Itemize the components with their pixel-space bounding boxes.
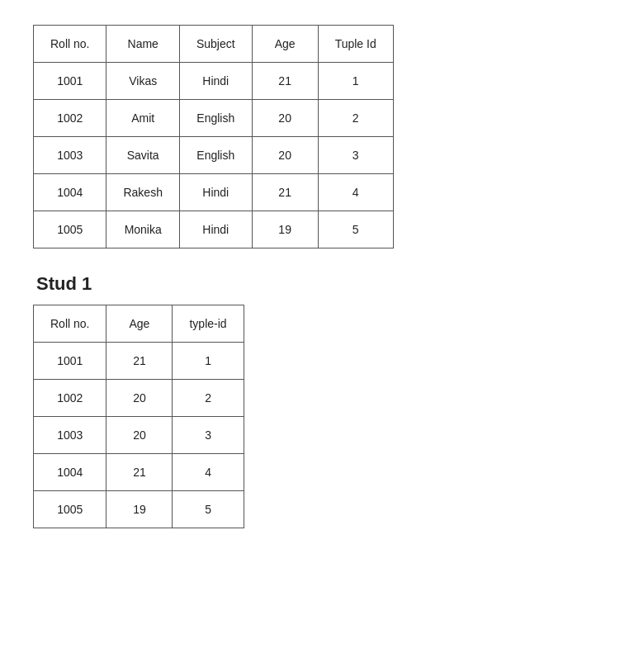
table-cell: Hindi: [179, 211, 252, 248]
table-cell: English: [179, 100, 252, 137]
column-header: typle-id: [173, 305, 244, 343]
column-header: Roll no.: [34, 26, 106, 63]
table-cell: 2: [173, 380, 244, 417]
column-header: Subject: [179, 26, 252, 63]
table-row: 1005MonikaHindi195: [34, 211, 394, 248]
table-cell: 5: [318, 211, 393, 248]
main-table: Roll no.NameSubjectAgeTuple Id 1001Vikas…: [33, 25, 394, 248]
table-cell: 21: [252, 63, 318, 100]
table-row: 1004RakeshHindi214: [34, 174, 394, 211]
table-cell: 1003: [34, 417, 106, 454]
table-cell: Monika: [106, 211, 179, 248]
column-header: Name: [106, 26, 179, 63]
table-cell: 1001: [34, 343, 106, 380]
table-cell: 19: [252, 211, 318, 248]
main-table-container: Roll no.NameSubjectAgeTuple Id 1001Vikas…: [33, 25, 601, 248]
table-cell: 20: [106, 380, 173, 417]
table-cell: 1002: [34, 100, 106, 137]
table-cell: Vikas: [106, 63, 179, 100]
table-cell: 1002: [34, 380, 106, 417]
column-header: Age: [252, 26, 318, 63]
table-row: 1004214: [34, 454, 244, 491]
table-cell: 1: [173, 343, 244, 380]
table-cell: 1005: [34, 491, 106, 528]
table-row: 1002AmitEnglish202: [34, 100, 394, 137]
table-row: 1005195: [34, 491, 244, 528]
table-row: 1002202: [34, 380, 244, 417]
column-header: Roll no.: [34, 305, 106, 343]
table-cell: Hindi: [179, 174, 252, 211]
table-cell: 21: [106, 343, 173, 380]
table-cell: 20: [106, 417, 173, 454]
table-cell: 21: [252, 174, 318, 211]
main-table-header-row: Roll no.NameSubjectAgeTuple Id: [34, 26, 394, 63]
table-cell: 1004: [34, 174, 106, 211]
table-cell: 2: [318, 100, 393, 137]
table-cell: 3: [318, 137, 393, 174]
table-cell: 5: [173, 491, 244, 528]
table-cell: Hindi: [179, 63, 252, 100]
table-cell: 4: [173, 454, 244, 491]
column-header: Age: [106, 305, 173, 343]
stud1-table-container: Stud 1 Roll no.Agetyple-id 1001211100220…: [33, 273, 601, 528]
table-cell: 4: [318, 174, 393, 211]
stud1-title: Stud 1: [36, 273, 601, 295]
column-header: Tuple Id: [318, 26, 393, 63]
table-cell: 1: [318, 63, 393, 100]
table-cell: 20: [252, 100, 318, 137]
table-cell: 20: [252, 137, 318, 174]
table-row: 1001211: [34, 343, 244, 380]
table-cell: 19: [106, 491, 173, 528]
table-cell: 3: [173, 417, 244, 454]
stud1-table: Roll no.Agetyple-id 10012111002202100320…: [33, 305, 244, 528]
table-cell: 1001: [34, 63, 106, 100]
table-cell: Savita: [106, 137, 179, 174]
table-cell: English: [179, 137, 252, 174]
table-row: 1003SavitaEnglish203: [34, 137, 394, 174]
table-cell: 1005: [34, 211, 106, 248]
table-row: 1003203: [34, 417, 244, 454]
table-cell: Rakesh: [106, 174, 179, 211]
table-cell: 1004: [34, 454, 106, 491]
table-cell: 21: [106, 454, 173, 491]
stud1-table-header-row: Roll no.Agetyple-id: [34, 305, 244, 343]
table-cell: 1003: [34, 137, 106, 174]
table-cell: Amit: [106, 100, 179, 137]
table-row: 1001VikasHindi211: [34, 63, 394, 100]
